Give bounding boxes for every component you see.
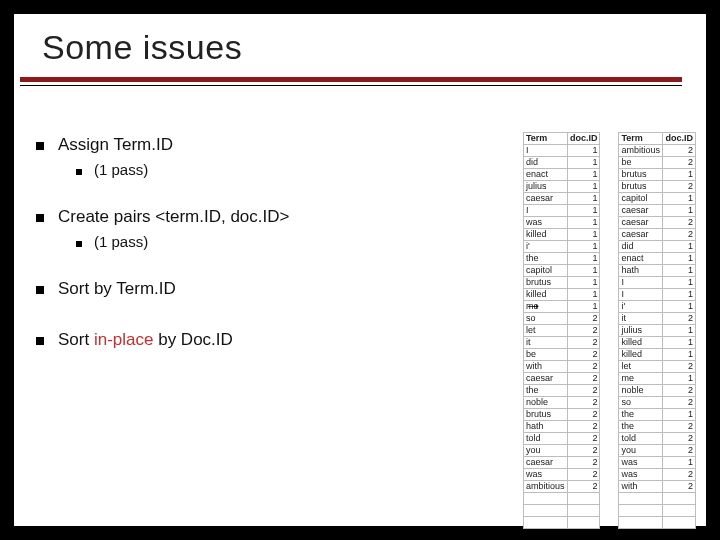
bullet-1a: (1 pass) (76, 161, 406, 180)
cell-docid: 1 (567, 145, 600, 157)
cell-term: the (523, 385, 567, 397)
table-row: I1 (619, 289, 696, 301)
cell-term: told (619, 433, 663, 445)
table-row-empty (619, 505, 696, 517)
cell-term: be (619, 157, 663, 169)
bullet-4-accent: in-place (94, 330, 154, 349)
cell-term: the (619, 409, 663, 421)
cell-term: let (523, 325, 567, 337)
bullet-icon (36, 214, 44, 222)
bullet-2a-text: (1 pass) (94, 233, 148, 252)
cell-docid: 2 (663, 481, 696, 493)
cell-docid: 1 (663, 325, 696, 337)
cell-docid: 1 (567, 169, 600, 181)
table-row-empty (619, 517, 696, 529)
cell-docid: 1 (663, 205, 696, 217)
cell-term: caesar (523, 373, 567, 385)
cell-docid: 2 (663, 157, 696, 169)
table-row: caesar2 (619, 229, 696, 241)
bullet-icon (36, 337, 44, 345)
table-row: noble2 (619, 385, 696, 397)
table-row-empty (619, 493, 696, 505)
cell-docid: 1 (663, 337, 696, 349)
bullet-1: Assign Term.ID (36, 134, 406, 155)
bullet-2: Create pairs <term.ID, doc.ID> (36, 206, 406, 227)
cell-term: you (619, 445, 663, 457)
bullet-icon (36, 286, 44, 294)
cell-docid: 2 (663, 361, 696, 373)
cell-docid: 1 (567, 193, 600, 205)
cell-docid: 2 (567, 421, 600, 433)
table-row-empty (523, 505, 600, 517)
cell-docid: 1 (663, 193, 696, 205)
cell-docid: 1 (567, 301, 600, 313)
bullet-4-post: by Doc.ID (153, 330, 232, 349)
table-row: enact1 (523, 169, 600, 181)
bullet-4: Sort in-place by Doc.ID (36, 329, 406, 350)
cell-docid: 1 (567, 229, 600, 241)
table-row: noble2 (523, 397, 600, 409)
cell-term: brutus (523, 409, 567, 421)
table-row: hath1 (619, 265, 696, 277)
table-row: i'1 (523, 241, 600, 253)
table-row: it2 (619, 313, 696, 325)
table-row: enact1 (619, 253, 696, 265)
cell-term: i' (619, 301, 663, 313)
table-row: the2 (619, 421, 696, 433)
slide: Some issues Assign Term.ID (1 pass) Crea… (14, 14, 706, 526)
cell-docid: 1 (663, 241, 696, 253)
cell-term: killed (523, 229, 567, 241)
cell-term: so (619, 397, 663, 409)
cell-docid: 2 (567, 313, 600, 325)
cell-term: was (523, 217, 567, 229)
bullet-icon (76, 169, 82, 175)
table-row: the1 (523, 253, 600, 265)
cell-docid: 2 (663, 313, 696, 325)
title-rule-thin (20, 85, 682, 86)
cell-docid: 1 (567, 289, 600, 301)
cell-term: the (523, 253, 567, 265)
cell-term: killed (619, 337, 663, 349)
table-row: caesar2 (523, 373, 600, 385)
cell-term: did (619, 241, 663, 253)
table-row: brutus2 (619, 181, 696, 193)
cell-term: I (619, 277, 663, 289)
cell-docid: 1 (567, 181, 600, 193)
cell-docid: 2 (663, 181, 696, 193)
cell-docid: 1 (567, 217, 600, 229)
bullet-3: Sort by Term.ID (36, 278, 406, 299)
cell-docid: 1 (567, 265, 600, 277)
cell-docid: 1 (663, 169, 696, 181)
table-row: let2 (523, 325, 600, 337)
table-row: did1 (523, 157, 600, 169)
table-row: caesar1 (619, 205, 696, 217)
cell-term: julius (619, 325, 663, 337)
cell-term: killed (619, 349, 663, 361)
slide-title: Some issues (14, 14, 706, 77)
cell-term: ambitious (619, 145, 663, 157)
cell-term: brutus (523, 277, 567, 289)
table-row: told2 (619, 433, 696, 445)
col-term: Term (619, 133, 663, 145)
title-rule-thick (20, 77, 682, 82)
table-row: was2 (523, 469, 600, 481)
table-row: capitol1 (523, 265, 600, 277)
bullet-2a: (1 pass) (76, 233, 406, 252)
table-row: brutus2 (523, 409, 600, 421)
cell-docid: 1 (663, 301, 696, 313)
cell-docid: 1 (567, 157, 600, 169)
table-row: you2 (619, 445, 696, 457)
table-row-empty (523, 493, 600, 505)
cell-term: was (523, 469, 567, 481)
table-row: was2 (619, 469, 696, 481)
cell-docid: 1 (663, 457, 696, 469)
cell-term: let (619, 361, 663, 373)
table-row: capitol1 (619, 193, 696, 205)
cell-docid: 2 (567, 457, 600, 469)
cell-term: with (619, 481, 663, 493)
cell-term: hath (523, 421, 567, 433)
cell-docid: 1 (663, 253, 696, 265)
cell-docid: 1 (567, 241, 600, 253)
table-row: did1 (619, 241, 696, 253)
cell-term: be (523, 349, 567, 361)
